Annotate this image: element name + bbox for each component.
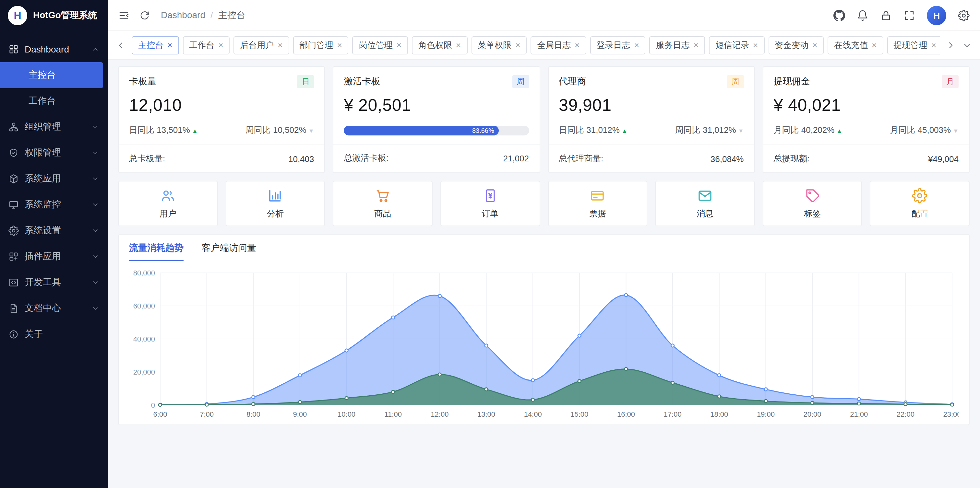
tab-label: 在线充值 [834,39,868,51]
stat-metric-label: 日同比 [559,125,584,135]
stat-footer-label: 总提现额: [774,153,810,165]
area-chart: 020,00040,00060,00080,0006:007:008:009:0… [129,266,959,422]
sidebar: H HotGo管理系统 Dashboard主控台工作台组织管理权限管理系统应用系… [0,0,108,488]
stat-card: 激活卡板周¥ 20,50183.66%总激活卡板:21,002 [333,66,540,173]
tabs-menu-icon[interactable] [962,40,972,50]
quick-action[interactable]: 商品 [333,181,433,226]
users-icon [160,188,176,203]
quick-action-label: 配置 [911,208,928,219]
close-icon[interactable]: × [337,41,342,49]
tab[interactable]: 主控台× [132,36,179,54]
sidebar-subitem[interactable]: 工作台 [0,88,108,114]
tab[interactable]: 全局日志× [531,36,586,54]
chart-tab[interactable]: 客户端访问量 [202,242,256,261]
close-icon[interactable]: × [753,41,758,49]
config-icon [912,188,928,203]
quick-action[interactable]: 用户 [118,181,218,226]
close-icon[interactable]: × [694,41,698,49]
plugin-icon [8,252,19,262]
close-icon[interactable]: × [872,41,877,49]
cart-icon [375,188,390,203]
stat-metric-value: 45,003% [918,125,951,135]
sidebar-item[interactable]: 系统设置 [0,218,108,244]
chart-tabs: 流量消耗趋势客户端访问量 [129,242,959,261]
close-icon[interactable]: × [278,41,282,49]
close-icon[interactable]: × [456,41,461,49]
stat-value: 12,010 [129,95,314,116]
close-icon[interactable]: × [515,41,520,49]
sidebar-item[interactable]: 组织管理 [0,114,108,140]
tab[interactable]: 岗位管理× [353,36,408,54]
quick-action[interactable]: 标签 [763,181,862,226]
tab[interactable]: 部门管理× [293,36,348,54]
tab[interactable]: 工作台× [183,36,230,54]
refresh-icon[interactable] [140,10,150,21]
sidebar-item[interactable]: 关于 [0,322,108,347]
close-icon[interactable]: × [167,41,172,49]
stat-card: 提现佣金月¥ 40,021月同比 40,202%▲月同比 45,003%▼总提现… [763,66,970,173]
sidebar-item[interactable]: 系统应用 [0,166,108,192]
avatar[interactable]: H [927,5,946,25]
stat-footer-value: ¥49,004 [928,154,959,164]
tab[interactable]: 提现管理× [887,36,940,54]
quick-action[interactable]: 票据 [548,181,647,226]
sidebar-item[interactable]: 文档中心 [0,296,108,322]
github-icon[interactable] [834,10,845,21]
quick-action[interactable]: 消息 [655,181,755,226]
tabs-scroll-right-icon[interactable] [946,40,956,50]
close-icon[interactable]: × [634,41,639,49]
tab[interactable]: 登录日志× [590,36,646,54]
quick-action[interactable]: 配置 [870,181,970,226]
quick-action[interactable]: 分析 [225,181,325,226]
sidebar-item[interactable]: Dashboard [0,36,108,62]
sidebar-item[interactable]: 插件应用 [0,244,108,269]
breadcrumb: Dashboard / 主控台 [161,10,245,21]
tab[interactable]: 短信记录× [709,36,764,54]
chevron-up-icon [91,45,99,53]
sidebar-item[interactable]: 开发工具 [0,269,108,296]
dashboard-icon [8,44,19,54]
stat-value: 39,901 [559,95,744,116]
sidebar-item[interactable]: 权限管理 [0,140,108,166]
stat-cards-row: 卡板量日12,010日同比 13,501%▲周同比 10,502%▼总卡板量:1… [118,66,970,173]
chevron-down-icon [91,175,99,183]
stat-metric: 月同比 40,202%▲ [774,124,843,136]
tab-bar: 主控台×工作台×后台用户×部门管理×岗位管理×角色权限×菜单权限×全局日志×登录… [108,31,980,60]
sidebar-item[interactable]: 系统监控 [0,192,108,218]
tab[interactable]: 在线充值× [827,36,883,54]
chart-tab[interactable]: 流量消耗趋势 [129,242,183,261]
header-actions: H [834,5,970,25]
stat-card: 卡板量日12,010日同比 13,501%▲周同比 10,502%▼总卡板量:1… [118,66,325,173]
tab-list: 主控台×工作台×后台用户×部门管理×岗位管理×角色权限×菜单权限×全局日志×登录… [132,36,940,54]
svg-text:10:00: 10:00 [337,410,355,418]
stat-title: 激活卡板 [344,76,380,87]
org-icon [8,122,19,132]
tab[interactable]: 角色权限× [412,36,467,54]
lock-icon[interactable] [880,10,892,21]
close-icon[interactable]: × [397,41,401,49]
close-icon[interactable]: × [218,41,223,49]
tabs-scroll-left-icon[interactable] [115,40,126,50]
close-icon[interactable]: × [812,41,817,49]
stat-title: 代理商 [559,76,586,87]
tab-label: 后台用户 [240,39,274,51]
fullscreen-icon[interactable] [904,10,915,21]
tab[interactable]: 后台用户× [234,36,289,54]
gear-icon[interactable] [958,10,970,21]
sidebar-subitem[interactable]: 主控台 [0,62,103,88]
quick-action-label: 消息 [697,208,713,219]
menu-fold-icon[interactable] [118,10,130,21]
stat-metric: 日同比 31,012%▲ [559,124,627,136]
stat-metrics: 月同比 40,202%▲月同比 45,003%▼ [774,124,959,136]
tab[interactable]: 资金变动× [768,36,824,54]
breadcrumb-item[interactable]: Dashboard [161,10,205,21]
close-icon[interactable]: × [574,41,579,49]
sidebar-item-label: 系统监控 [25,199,86,211]
close-icon[interactable]: × [931,41,936,49]
logo[interactable]: H HotGo管理系统 [0,0,108,31]
tab[interactable]: 服务日志× [649,36,705,54]
tab-label: 角色权限 [418,39,452,51]
tab[interactable]: 菜单权限× [471,36,527,54]
quick-action[interactable]: 订单 [441,181,540,226]
bell-icon[interactable] [857,10,869,21]
